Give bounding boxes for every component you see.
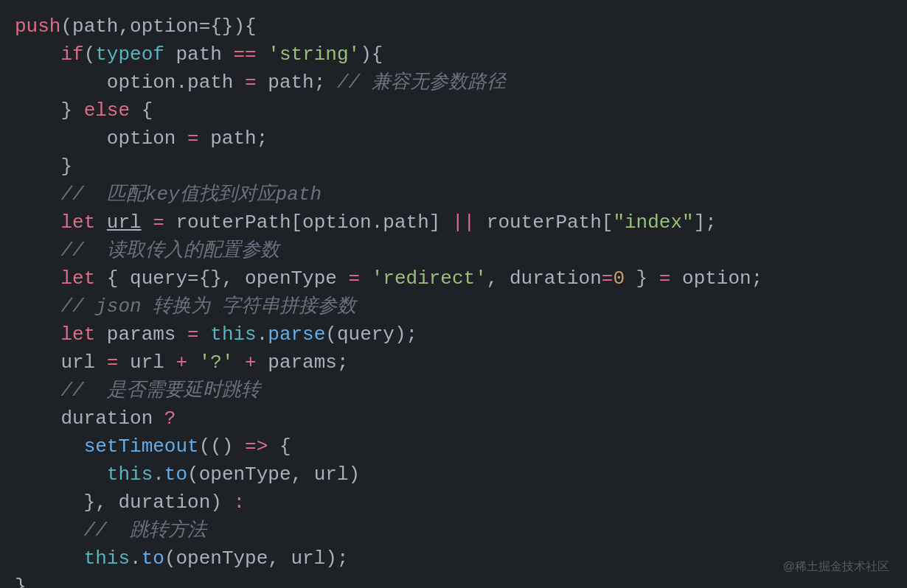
watermark: @稀土掘金技术社区	[783, 558, 889, 575]
code-line-13: url = url + '?' + params;	[15, 349, 892, 377]
code-line-14: // 是否需要延时跳转	[15, 377, 892, 405]
code-line-10: let { query={}, openType = 'redirect', d…	[15, 265, 892, 293]
code-line-7: // 匹配key值找到对应path	[15, 181, 892, 209]
code-line-19: // 跳转方法	[15, 517, 892, 545]
code-line-15: duration ?	[15, 405, 892, 433]
code-line-1: push(path,option={}){	[15, 13, 892, 41]
code-line-5: option = path;	[15, 125, 892, 153]
code-line-20: this.to(openType, url);	[15, 545, 892, 573]
code-line-21: },	[15, 573, 892, 588]
code-line-3: option.path = path; // 兼容无参数路径	[15, 69, 892, 97]
code-line-4: } else {	[15, 97, 892, 125]
code-line-8: let url = routerPath[option.path] || rou…	[15, 209, 892, 237]
code-line-11: // json 转换为 字符串拼接参数	[15, 293, 892, 321]
code-line-2: if(typeof path == 'string'){	[15, 41, 892, 69]
code-line-18: }, duration) :	[15, 489, 892, 517]
keyword-push: push	[15, 13, 60, 41]
code-line-12: let params = this.parse(query);	[15, 321, 892, 349]
code-line-16: setTimeout(() => {	[15, 433, 892, 461]
code-line-9: // 读取传入的配置参数	[15, 237, 892, 265]
code-line-6: }	[15, 153, 892, 181]
code-line-17: this.to(openType, url)	[15, 461, 892, 489]
code-block: push(path,option={}){ if(typeof path == …	[0, 0, 907, 588]
